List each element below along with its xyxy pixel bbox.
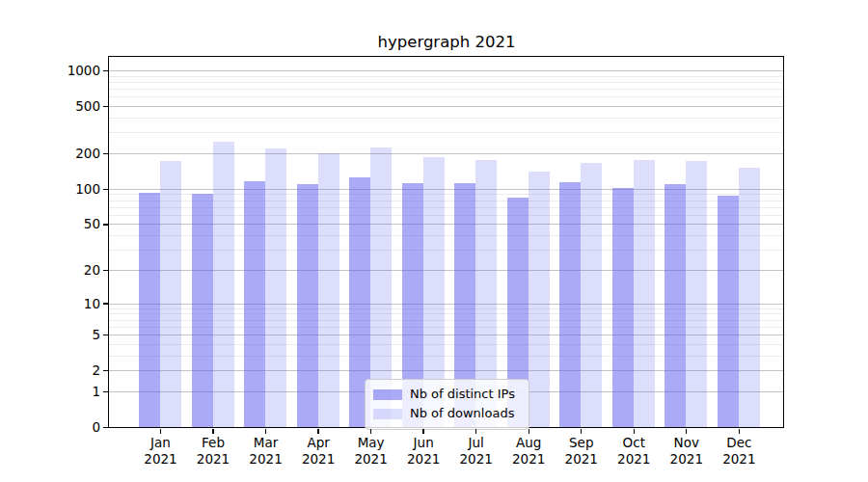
y-axis-tick-mark bbox=[103, 70, 108, 71]
y-axis-tick-mark bbox=[103, 224, 108, 225]
y-axis-tick-mark bbox=[103, 370, 108, 371]
y-axis-tick-mark bbox=[103, 303, 108, 304]
bar-downloads bbox=[265, 148, 286, 427]
bar-distinct-ips bbox=[192, 194, 213, 427]
bar-distinct-ips bbox=[139, 193, 160, 427]
legend-label: Nb of distinct IPs bbox=[410, 385, 515, 404]
x-axis-tick-mark bbox=[529, 429, 529, 434]
gridline-minor bbox=[109, 132, 783, 133]
x-axis-tick-mark bbox=[160, 429, 161, 434]
gridline-minor bbox=[109, 118, 783, 119]
y-axis-tick-label: 20 bbox=[19, 263, 100, 278]
bar-downloads bbox=[739, 168, 760, 427]
legend-item: Nb of distinct IPs bbox=[373, 385, 520, 404]
bar-distinct-ips bbox=[244, 181, 265, 427]
legend-swatch-distinct-ips bbox=[373, 389, 402, 400]
x-axis-tick-mark bbox=[739, 429, 740, 434]
legend-item: Nb of downloads bbox=[373, 404, 520, 423]
bar-downloads bbox=[160, 161, 181, 427]
gridline-major bbox=[109, 153, 783, 154]
bar-distinct-ips bbox=[559, 182, 581, 427]
bar-downloads bbox=[213, 142, 234, 427]
x-axis-tick-mark bbox=[370, 429, 371, 434]
x-axis-tick-mark bbox=[212, 429, 213, 434]
x-axis-tick-mark bbox=[634, 429, 635, 434]
y-axis-tick-mark bbox=[103, 427, 108, 428]
y-axis-tick-mark bbox=[103, 106, 108, 107]
y-axis-tick-mark bbox=[103, 270, 108, 271]
y-axis-tick-label: 100 bbox=[19, 182, 100, 197]
x-axis-tick-mark bbox=[265, 429, 266, 434]
legend-label: Nb of downloads bbox=[410, 404, 514, 423]
y-axis-tick-label: 50 bbox=[19, 217, 100, 231]
y-axis-tick-mark bbox=[103, 189, 108, 190]
bar-downloads bbox=[634, 160, 655, 427]
gridline-minor bbox=[109, 89, 783, 90]
y-axis-tick-label: 1000 bbox=[19, 64, 100, 78]
chart-title: hypergraph 2021 bbox=[108, 34, 785, 51]
x-axis-tick-mark bbox=[422, 429, 423, 434]
x-axis-tick-mark bbox=[581, 429, 582, 434]
bar-distinct-ips bbox=[612, 188, 634, 427]
y-axis-tick-label: 10 bbox=[19, 297, 100, 311]
gridline-minor bbox=[109, 76, 783, 77]
gridline-major bbox=[109, 106, 783, 107]
y-axis-tick-label: 500 bbox=[19, 99, 100, 114]
bar-downloads bbox=[318, 153, 339, 427]
gridline-minor bbox=[109, 82, 783, 83]
bar-downloads bbox=[529, 172, 550, 427]
legend: Nb of distinct IPs Nb of downloads bbox=[365, 379, 529, 430]
x-axis-tick-mark bbox=[317, 429, 318, 434]
bar-distinct-ips bbox=[718, 196, 739, 427]
y-axis-tick-label: 5 bbox=[19, 328, 100, 342]
y-axis-tick-label: 1 bbox=[19, 385, 100, 399]
y-axis-tick-label: 0 bbox=[19, 420, 100, 435]
y-axis-tick-mark bbox=[103, 153, 108, 154]
bar-distinct-ips bbox=[665, 184, 686, 427]
y-axis-tick-mark bbox=[103, 391, 108, 392]
x-axis-tick-label: Dec 2021 bbox=[695, 435, 782, 468]
legend-swatch-downloads bbox=[373, 409, 402, 419]
x-axis-tick-mark bbox=[686, 429, 687, 434]
bar-downloads bbox=[686, 161, 707, 427]
x-axis-tick-mark bbox=[475, 429, 476, 434]
gridline-major bbox=[109, 70, 783, 71]
plot-area: Nb of distinct IPs Nb of downloads bbox=[108, 56, 784, 428]
bar-downloads bbox=[581, 163, 602, 427]
y-axis-tick-mark bbox=[103, 335, 108, 335]
y-axis-tick-label: 200 bbox=[19, 147, 100, 161]
gridline-minor bbox=[109, 96, 783, 97]
bar-distinct-ips bbox=[297, 184, 318, 427]
figure: hypergraph 2021 Nb of distinct IPs Nb of… bbox=[0, 0, 868, 482]
y-axis-tick-label: 2 bbox=[19, 363, 100, 378]
